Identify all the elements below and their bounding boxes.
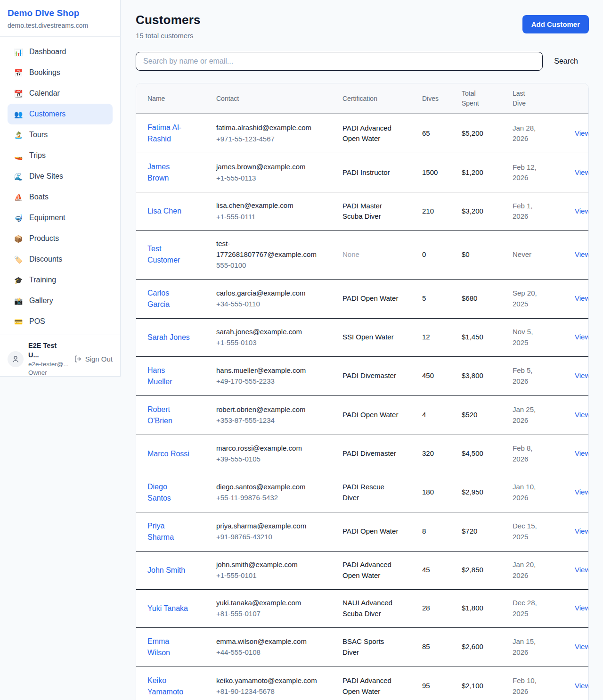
customer-total-spent: $2,600 bbox=[462, 627, 513, 667]
customer-contact: yuki.tanaka@example.com +81-555-0107 bbox=[216, 589, 342, 627]
sidebar-item-equipment[interactable]: 🤿 Equipment bbox=[8, 207, 113, 228]
sidebar-item-boats[interactable]: ⛵ Boats bbox=[8, 187, 113, 207]
sidebar-item-training[interactable]: 🎓 Training bbox=[8, 270, 113, 290]
customer-name-link[interactable]: Marco Rossi bbox=[147, 450, 189, 458]
view-customer-link[interactable]: View bbox=[575, 250, 589, 258]
customer-phone: +81-90-1234-5678 bbox=[216, 686, 315, 697]
view-customer-link[interactable]: View bbox=[575, 294, 589, 302]
view-customer-link[interactable]: View bbox=[575, 682, 589, 690]
table-header-row: NameContactCertificationDivesTotal Spent… bbox=[136, 83, 589, 114]
view-customer-link[interactable]: View bbox=[575, 527, 589, 535]
customer-name-link[interactable]: Sarah Jones bbox=[147, 333, 190, 341]
customer-name-link[interactable]: Yuki Tanaka bbox=[147, 604, 188, 612]
customer-name-link[interactable]: John Smith bbox=[147, 566, 185, 574]
customer-total-spent: $520 bbox=[462, 395, 513, 435]
view-customer-link[interactable]: View bbox=[575, 333, 589, 341]
customer-dives: 180 bbox=[422, 473, 462, 512]
customer-name-link[interactable]: Lisa Chen bbox=[147, 207, 181, 215]
customer-name-link[interactable]: James Brown bbox=[147, 163, 170, 182]
column-header-certification: Certification bbox=[342, 83, 422, 114]
customer-last-dive: Jan 15, 2026 bbox=[513, 627, 563, 667]
customer-contact: sarah.jones@example.com +1-555-0103 bbox=[216, 318, 342, 356]
customer-name-link[interactable]: Keiko Yamamoto bbox=[147, 676, 183, 696]
add-customer-button[interactable]: Add Customer bbox=[522, 15, 589, 33]
sidebar-item-tours[interactable]: 🏝️ Tours bbox=[8, 124, 113, 145]
customer-phone: +34-555-0110 bbox=[216, 299, 315, 310]
view-customer-link[interactable]: View bbox=[575, 411, 589, 419]
sidebar-item-dashboard[interactable]: 📊 Dashboard bbox=[8, 41, 113, 62]
customer-phone: +353-87-555-1234 bbox=[216, 415, 315, 426]
customer-phone: +1-555-0103 bbox=[216, 338, 315, 348]
customer-dives: 210 bbox=[422, 192, 462, 231]
view-customer-link[interactable]: View bbox=[575, 642, 589, 651]
boats-icon: ⛵ bbox=[14, 194, 23, 201]
customer-certification: PADI Open Water bbox=[342, 512, 422, 551]
search-button[interactable]: Search bbox=[543, 57, 589, 66]
view-customer-link[interactable]: View bbox=[575, 371, 589, 379]
customer-last-dive: Nov 5, 2025 bbox=[513, 318, 563, 356]
view-customer-link[interactable]: View bbox=[575, 207, 589, 215]
customer-name-link[interactable]: Fatima Al-Rashid bbox=[147, 124, 181, 143]
customer-phone: +81-555-0107 bbox=[216, 609, 315, 619]
customer-dives: 85 bbox=[422, 627, 462, 667]
customer-contact: james.brown@example.com +1-555-0113 bbox=[216, 153, 342, 192]
customer-certification: NAUI Advanced Scuba Diver bbox=[342, 589, 422, 627]
customer-name-link[interactable]: Diego Santos bbox=[147, 483, 171, 502]
customer-contact: hans.mueller@example.com +49-170-555-223… bbox=[216, 356, 342, 395]
customer-total-spent: $3,800 bbox=[462, 356, 513, 395]
sidebar-item-trips[interactable]: 🚤 Trips bbox=[8, 145, 113, 166]
customer-email: fatima.alrashid@example.com bbox=[216, 123, 315, 133]
table-row: John Smith john.smith@example.com +1-555… bbox=[136, 551, 589, 589]
customer-total-spent: $2,950 bbox=[462, 473, 513, 512]
person-icon bbox=[11, 355, 20, 363]
customer-total-spent: $2,100 bbox=[462, 667, 513, 700]
sidebar-item-bookings[interactable]: 📅 Bookings bbox=[8, 62, 113, 83]
customer-name-link[interactable]: Emma Wilson bbox=[147, 637, 170, 657]
customer-certification: PADI Rescue Diver bbox=[342, 473, 422, 512]
table-row: Marco Rossi marco.rossi@example.com +39-… bbox=[136, 435, 589, 473]
table-row: Sarah Jones sarah.jones@example.com +1-5… bbox=[136, 318, 589, 356]
view-customer-link[interactable]: View bbox=[575, 604, 589, 612]
customer-name-link[interactable]: Test Customer bbox=[147, 245, 180, 264]
view-customer-link[interactable]: View bbox=[575, 488, 589, 496]
sidebar-item-gallery[interactable]: 📸 Gallery bbox=[8, 290, 113, 311]
customer-last-dive: Jan 20, 2026 bbox=[513, 551, 563, 589]
trips-icon: 🚤 bbox=[14, 152, 23, 159]
sign-out-icon bbox=[74, 355, 82, 363]
sidebar-item-pos[interactable]: 💳 POS bbox=[8, 311, 113, 332]
shop-header: Demo Dive Shop demo.test.divestreams.com bbox=[0, 0, 120, 37]
customer-last-dive: Feb 10, 2026 bbox=[513, 667, 563, 700]
shop-name: Demo Dive Shop bbox=[8, 8, 113, 18]
customer-name-link[interactable]: Carlos Garcia bbox=[147, 289, 170, 308]
sidebar-item-discounts[interactable]: 🏷️ Discounts bbox=[8, 249, 113, 270]
sign-out-button[interactable]: Sign Out bbox=[74, 355, 113, 363]
sidebar-item-dive-sites[interactable]: 🌊 Dive Sites bbox=[8, 166, 113, 187]
customer-name-link[interactable]: Robert O'Brien bbox=[147, 405, 172, 425]
bookings-icon: 📅 bbox=[14, 69, 23, 76]
customer-dives: 65 bbox=[422, 114, 462, 153]
table-row: Robert O'Brien robert.obrien@example.com… bbox=[136, 395, 589, 435]
customer-contact: keiko.yamamoto@example.com +81-90-1234-5… bbox=[216, 667, 342, 700]
sidebar-item-calendar[interactable]: 📆 Calendar bbox=[8, 83, 113, 104]
customer-contact: diego.santos@example.com +55-11-99876-54… bbox=[216, 473, 342, 512]
customer-last-dive: Sep 20, 2025 bbox=[513, 279, 563, 318]
view-customer-link[interactable]: View bbox=[575, 449, 589, 457]
user-name: E2E Test U... bbox=[28, 341, 69, 360]
sign-out-label: Sign Out bbox=[85, 355, 113, 363]
view-customer-link[interactable]: View bbox=[575, 129, 589, 137]
sidebar-item-products[interactable]: 📦 Products bbox=[8, 228, 113, 249]
view-customer-link[interactable]: View bbox=[575, 566, 589, 574]
customer-last-dive: Feb 1, 2026 bbox=[513, 192, 563, 231]
view-customer-link[interactable]: View bbox=[575, 168, 589, 176]
customer-dives: 1500 bbox=[422, 153, 462, 192]
main-content: Customers 15 total customers Add Custome… bbox=[121, 0, 603, 700]
customer-last-dive: Feb 8, 2026 bbox=[513, 435, 563, 473]
customer-name-link[interactable]: Priya Sharma bbox=[147, 522, 174, 541]
customer-total-spent: $720 bbox=[462, 512, 513, 551]
customer-name-link[interactable]: Hans Mueller bbox=[147, 366, 172, 386]
customer-email: marco.rossi@example.com bbox=[216, 443, 315, 454]
search-input[interactable] bbox=[136, 52, 543, 71]
customer-contact: emma.wilson@example.com +44-555-0108 bbox=[216, 627, 342, 667]
sidebar-item-customers[interactable]: 👥 Customers bbox=[8, 104, 113, 124]
page-header-text: Customers 15 total customers bbox=[136, 13, 201, 40]
